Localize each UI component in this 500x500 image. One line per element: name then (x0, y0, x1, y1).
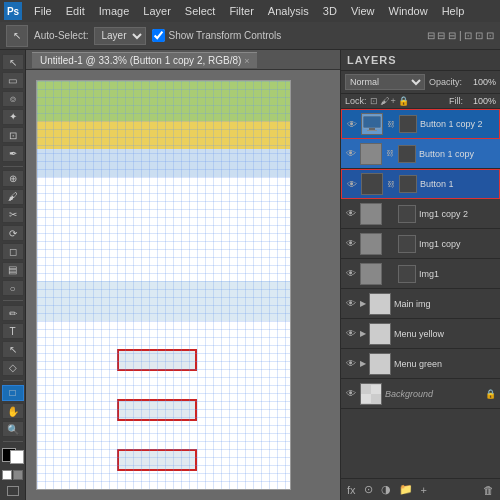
lock-transparent-icon[interactable]: ⊡ (370, 96, 378, 106)
layer-visibility-icon[interactable]: 👁 (345, 388, 357, 399)
opacity-value: 100% (466, 77, 496, 87)
tool-brush[interactable]: 🖌 (2, 189, 24, 205)
lock-position-icon[interactable]: + (391, 96, 396, 106)
canvas[interactable] (36, 80, 291, 490)
new-layer-button[interactable]: + (419, 484, 429, 496)
layer-expand-icon[interactable]: ▶ (360, 359, 366, 368)
layers-list: 👁 ⛓ Button 1 copy 2 👁 (341, 109, 500, 478)
menu-help[interactable]: Help (436, 3, 471, 19)
fill-label: Fill: (449, 96, 463, 106)
normal-mode-btn[interactable] (2, 470, 12, 480)
new-group-button[interactable]: 📁 (397, 483, 415, 496)
layer-thumb-background (360, 383, 382, 405)
tool-magic-wand[interactable]: ✦ (2, 109, 24, 125)
layer-visibility-icon[interactable]: 👁 (345, 238, 357, 249)
menu-3d[interactable]: 3D (317, 3, 343, 19)
tool-gradient[interactable]: ▤ (2, 262, 24, 278)
screen-mode-btn[interactable] (3, 486, 23, 496)
options-bar: ↖ Auto-Select: Layer Show Transform Cont… (0, 22, 500, 50)
menu-edit[interactable]: Edit (60, 3, 91, 19)
layer-item-img1-copy2[interactable]: 👁 Img1 copy 2 (341, 199, 500, 229)
menu-layer[interactable]: Layer (137, 3, 177, 19)
tool-shape[interactable]: ◇ (2, 360, 24, 376)
tool-eyedropper[interactable]: ✒ (2, 145, 24, 161)
layers-panel: LAYERS Normal Opacity: 100% Lock: ⊡ 🖌 + … (341, 50, 500, 500)
tool-healing[interactable]: ⊕ (2, 170, 24, 186)
lock-image-icon[interactable]: 🖌 (380, 96, 389, 106)
layer-item-menu-green[interactable]: 👁 ▶ Menu green (341, 349, 500, 379)
layer-name-background: Background (385, 389, 482, 399)
quick-mask-btn[interactable] (13, 470, 23, 480)
tool-dodge[interactable]: ○ (2, 280, 24, 296)
layer-expand-icon[interactable]: ▶ (360, 299, 366, 308)
layer-visibility-icon[interactable]: 👁 (345, 208, 357, 219)
tool-separator-1 (3, 166, 23, 167)
new-adjustment-button[interactable]: ◑ (379, 483, 393, 496)
tool-pen[interactable]: ✏ (2, 305, 24, 321)
tool-eraser[interactable]: ◻ (2, 243, 24, 259)
auto-select-dropdown[interactable]: Layer (94, 27, 146, 45)
canvas-wrapper (26, 70, 340, 500)
layer-item-main-img[interactable]: 👁 ▶ Main img (341, 289, 500, 319)
add-mask-button[interactable]: ⊙ (362, 483, 375, 496)
layer-item-button1-copy[interactable]: 👁 ⛓ Button 1 copy (341, 139, 500, 169)
layer-item-img1-copy[interactable]: 👁 Img1 copy (341, 229, 500, 259)
layer-visibility-icon[interactable]: 👁 (345, 328, 357, 339)
layer-visibility-icon[interactable]: 👁 (346, 179, 358, 190)
tool-path-select[interactable]: ↖ (2, 341, 24, 357)
layer-link-icon: ⛓ (386, 180, 396, 189)
tab-close-button[interactable]: × (244, 56, 249, 66)
layer-visibility-icon[interactable]: 👁 (345, 298, 357, 309)
svg-rect-4 (361, 385, 371, 394)
tool-move[interactable]: ↖ (2, 54, 24, 70)
transform-checkbox[interactable] (152, 29, 165, 42)
layer-thumb-img1-copy (360, 233, 382, 255)
delete-layer-button[interactable]: 🗑 (481, 484, 496, 496)
layer-visibility-icon[interactable]: 👁 (346, 119, 358, 130)
auto-select-label: Auto-Select: (34, 30, 88, 41)
layer-visibility-icon[interactable]: 👁 (345, 358, 357, 369)
layer-item-button1-copy2[interactable]: 👁 ⛓ Button 1 copy 2 (341, 109, 500, 139)
layer-link-icon: ⛓ (385, 149, 395, 158)
ps-logo: Ps (4, 2, 22, 20)
opacity-label: Opacity: (429, 77, 462, 87)
layer-item-button1[interactable]: 👁 ⛓ Button 1 (341, 169, 500, 199)
layer-name-img1: Img1 (419, 269, 496, 279)
svg-rect-0 (363, 116, 381, 128)
menu-select[interactable]: Select (179, 3, 222, 19)
menu-file[interactable]: File (28, 3, 58, 19)
tool-history[interactable]: ⟳ (2, 225, 24, 241)
tool-hand[interactable]: ✋ (2, 403, 24, 419)
tool-text[interactable]: T (2, 323, 24, 339)
blend-mode-dropdown[interactable]: Normal (345, 74, 425, 90)
layers-panel-title: LAYERS (341, 50, 500, 71)
move-tool-icon: ↖ (6, 25, 28, 47)
layers-toolbar: fx ⊙ ◑ 📁 + 🗑 (341, 478, 500, 500)
tool-clone[interactable]: ✂ (2, 207, 24, 223)
tool-marquee[interactable]: ▭ (2, 72, 24, 88)
menu-filter[interactable]: Filter (223, 3, 259, 19)
background-color[interactable] (10, 450, 24, 464)
tool-zoom[interactable]: 🔍 (2, 421, 24, 437)
menu-window[interactable]: Window (383, 3, 434, 19)
menu-view[interactable]: View (345, 3, 381, 19)
layer-item-menu-yellow[interactable]: 👁 ▶ Menu yellow (341, 319, 500, 349)
transform-controls-group[interactable]: Show Transform Controls (152, 29, 281, 42)
layer-item-background[interactable]: 👁 Background 🔒 (341, 379, 500, 409)
layer-expand-icon[interactable]: ▶ (360, 329, 366, 338)
add-style-button[interactable]: fx (345, 484, 358, 496)
layer-item-img1[interactable]: 👁 Img1 (341, 259, 500, 289)
color-selector[interactable] (2, 448, 24, 464)
layer-thumb-img1 (360, 263, 382, 285)
active-tab[interactable]: Untitled-1 @ 33.3% (Button 1 copy 2, RGB… (32, 52, 257, 68)
layer-thumb-img1-copy2 (360, 203, 382, 225)
layer-name-img1-copy: Img1 copy (419, 239, 496, 249)
menu-analysis[interactable]: Analysis (262, 3, 315, 19)
layer-visibility-icon[interactable]: 👁 (345, 268, 357, 279)
menu-image[interactable]: Image (93, 3, 136, 19)
tool-lasso[interactable]: ⌾ (2, 91, 24, 107)
tool-crop[interactable]: ⊡ (2, 127, 24, 143)
layer-visibility-icon[interactable]: 👁 (345, 148, 357, 159)
tool-rectangle[interactable]: □ (2, 385, 24, 401)
lock-all-icon[interactable]: 🔒 (398, 96, 409, 106)
